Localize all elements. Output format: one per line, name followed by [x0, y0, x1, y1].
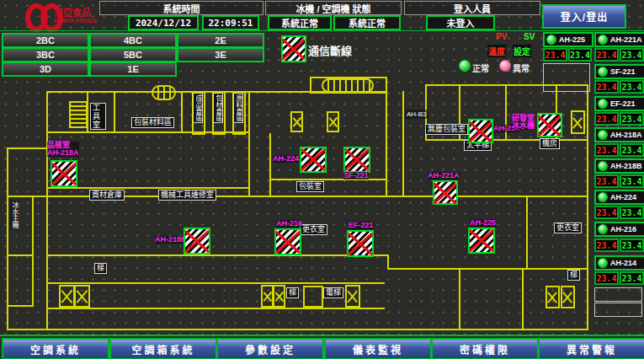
column-x-icon	[290, 111, 303, 132]
nav-meter-monitor[interactable]: 儀表監視	[324, 338, 432, 359]
comm-loss-icon-ah-214	[468, 119, 493, 143]
room-label-cleanroom-packing: 無塵包裝室	[425, 124, 468, 135]
logo-subtitle: HUNYA FOODS	[54, 18, 97, 24]
unit-ah-214[interactable]: AH-214	[594, 255, 644, 271]
empty-panel-box	[594, 287, 642, 302]
zone-button-2e[interactable]: 2E	[177, 33, 264, 48]
unit-ah-224[interactable]: AH-224	[594, 190, 644, 205]
nav-ahu-system[interactable]: 空調箱系統	[109, 338, 217, 359]
wall	[425, 84, 588, 86]
zone-button-1e[interactable]: 1E	[89, 62, 177, 77]
login-user-value: 未登入	[426, 15, 495, 30]
pv-header: PV	[496, 32, 507, 41]
zone-button-2bc[interactable]: 2BC	[2, 33, 89, 48]
unit-ah-225-sv: 23.4	[568, 48, 592, 62]
stairs-x-icon	[261, 285, 274, 308]
stairs-x-icon	[546, 286, 560, 308]
wall	[387, 268, 588, 270]
equip-label-ah-221a: AH-221A	[428, 172, 460, 180]
wall	[181, 91, 183, 133]
machine-shape	[152, 85, 176, 100]
zone-button-4bc[interactable]: 4BC	[89, 33, 177, 48]
empty-panel-box	[543, 63, 590, 92]
stairs-x-icon	[571, 110, 585, 134]
wall	[7, 329, 588, 330]
pv-sub-label: 溫度	[487, 45, 506, 57]
room-label-stairs-1: 梯	[286, 287, 299, 298]
unit-status-led	[598, 99, 608, 109]
equip-label-ah-225: AH-225	[470, 219, 496, 227]
unit-ah-225[interactable]: AH-225	[543, 32, 593, 47]
unit-ah-214-pv: 23.4	[594, 271, 619, 285]
nav-alarm[interactable]: 異常警報	[538, 338, 644, 359]
wall	[402, 91, 404, 196]
nav-param-settings[interactable]: 參數設定	[216, 338, 324, 359]
abnormal-led-label: 異常	[513, 62, 530, 74]
unit-ah-216-sv: 23.4	[620, 238, 644, 252]
unit-status-led	[598, 161, 608, 171]
unit-status-led	[546, 35, 556, 45]
stairs-x-icon	[273, 285, 285, 308]
comm-loss-icon-ah-224	[300, 147, 327, 173]
comm-loss-icon-ah-218a	[51, 160, 77, 187]
wall	[269, 133, 271, 197]
machine-shape	[322, 78, 374, 93]
zone-button-3d[interactable]: 3D	[2, 62, 89, 77]
comm-loss-icon-sf-221	[343, 147, 370, 173]
unit-ah-218a-sv: 23.4	[620, 143, 644, 157]
unit-ah-218a-pv: 23.4	[594, 143, 619, 157]
unit-ah-218a[interactable]: AH-218A	[594, 127, 644, 142]
unit-ef-221[interactable]: EF-221	[594, 96, 644, 111]
unit-ah-216[interactable]: AH-216	[594, 222, 644, 237]
ahu-status: 系統正常	[333, 15, 401, 30]
unit-status-led	[598, 258, 608, 268]
unit-status-led	[598, 192, 608, 202]
stairs-x-icon	[345, 285, 360, 308]
unit-status-led	[598, 35, 608, 45]
room-label-maintenance-room: 機械工具維修室	[158, 190, 216, 201]
unit-name: AH-225	[559, 35, 585, 44]
normal-led-icon	[459, 60, 471, 72]
stairs-hatch-icon	[69, 101, 88, 128]
wall	[387, 255, 389, 268]
zone-button-5bc[interactable]: 5BC	[89, 47, 177, 62]
unit-ah-218b-pv: 23.4	[594, 174, 619, 188]
wall	[269, 179, 387, 180]
unit-ah-224-pv: 23.4	[594, 206, 619, 219]
room-label-ah-b3: AH-B3	[405, 110, 428, 119]
zone-button-3e[interactable]: 3E	[177, 47, 264, 62]
unit-sf-221[interactable]: SF-221	[594, 64, 644, 79]
comm-loss-legend-label: 通信斷線	[308, 42, 352, 58]
comm-loss-icon-ah-218b	[184, 228, 210, 255]
equip-label-chiller: 研發室 冰水機	[512, 115, 535, 130]
room-label-tool-room: 工具室	[90, 103, 106, 130]
room-label-material-warehouse: 資材倉庫	[89, 190, 125, 201]
nav-password-auth[interactable]: 密碼權限	[431, 338, 539, 359]
wall	[522, 268, 524, 330]
equip-label-ah-216: AH-216	[276, 220, 302, 228]
nav-ac-system[interactable]: 空調系統	[2, 338, 109, 359]
wall	[114, 91, 115, 133]
system-time-title: 系統時間	[99, 1, 263, 15]
comm-loss-icon-ah-221a	[433, 180, 458, 205]
machine-status-title: 冰機 / 空調機 狀態	[265, 1, 402, 15]
unit-ah-221a[interactable]: AH-221A	[594, 32, 644, 47]
system-time-value: 22:09:51	[202, 15, 259, 30]
unit-ef-221-pv: 23.4	[594, 112, 619, 126]
wall	[46, 91, 48, 330]
room-label-stairs-3: 梯	[94, 263, 107, 274]
sv-header: SV	[524, 32, 535, 41]
room-label-packing-store: 包材倉區	[213, 93, 223, 123]
unit-ah-218b-sv: 23.4	[620, 174, 644, 188]
wall	[459, 268, 460, 330]
company-logo: 宏亞食品 HUNYA FOODS	[2, 1, 96, 29]
room-outline	[7, 255, 34, 307]
login-logout-button[interactable]: 登入/登出	[542, 4, 626, 29]
unit-sf-221-sv: 23.4	[620, 80, 644, 94]
empty-panel-box	[594, 303, 642, 317]
header-divider	[0, 30, 644, 31]
comm-loss-legend-icon	[281, 35, 306, 62]
unit-ah-218b[interactable]: AH-218B	[594, 158, 644, 174]
comm-loss-icon-ef-221	[347, 230, 374, 257]
zone-button-3bc[interactable]: 3BC	[2, 47, 89, 62]
